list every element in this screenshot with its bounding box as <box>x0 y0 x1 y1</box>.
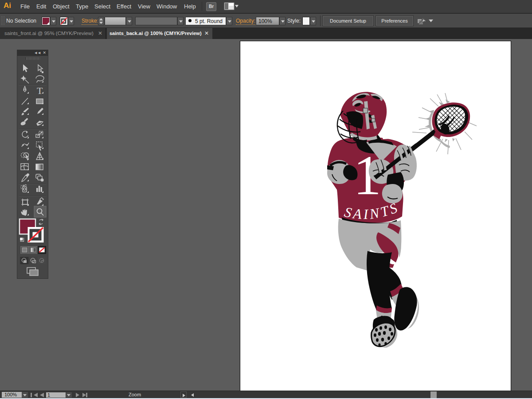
svg-text:T: T <box>37 85 43 96</box>
svg-text:1: 1 <box>47 392 50 398</box>
